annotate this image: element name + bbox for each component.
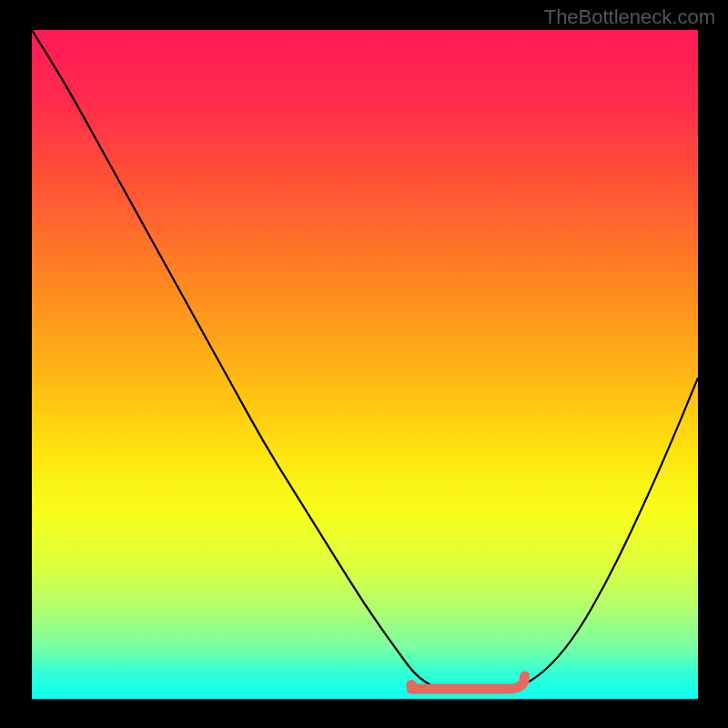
bottleneck-curve (32, 30, 698, 693)
sweet-spot-start-dot (406, 680, 417, 691)
sweet-spot-band (411, 676, 524, 689)
watermark-text: TheBottleneck.com (544, 5, 715, 29)
chart-svg (32, 30, 698, 699)
chart-plot-area (32, 30, 698, 699)
